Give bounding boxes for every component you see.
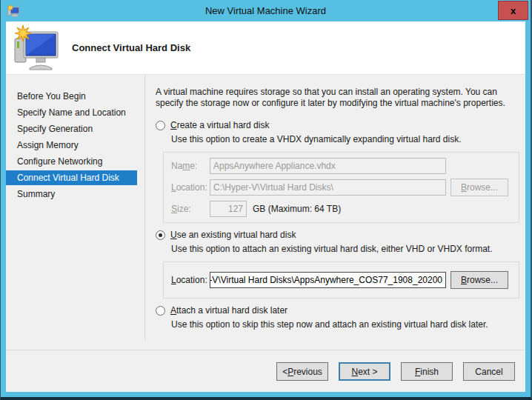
name-label: Name: (171, 161, 210, 171)
radio-button-icon[interactable] (156, 121, 165, 130)
titlebar: New Virtual Machine Wizard x (1, 0, 531, 21)
radio-create-virtual-hard-disk[interactable]: Create a virtual hard disk (156, 120, 519, 130)
sidebar-item-configure-networking[interactable]: Configure Networking (6, 154, 137, 169)
create-disk-group: Name: AppsAnywhere Appliance.vhdx Locati… (163, 152, 519, 223)
radio-attach-label: Attach a virtual hard disk later (170, 305, 287, 316)
existing-location-label: Location: (171, 275, 210, 285)
sidebar-item-specify-name-and-location[interactable]: Specify Name and Location (6, 105, 137, 120)
radio-create-label: Create a virtual hard disk (170, 120, 269, 130)
sidebar-item-specify-generation[interactable]: Specify Generation (6, 121, 137, 136)
location-label: Location: (171, 182, 210, 193)
sidebar-item-before-you-begin[interactable]: Before You Begin (6, 89, 137, 104)
radio-attach-virtual-hard-disk-later[interactable]: Attach a virtual hard disk later (156, 305, 519, 316)
existing-location-input[interactable]: C:\Hyper-V\Virtual Hard Disks\AppsAnywhe… (210, 272, 446, 288)
wizard-window: New Virtual Machine Wizard x Connect Vir… (0, 0, 532, 400)
sidebar-item-connect-virtual-hard-disk[interactable]: Connect Virtual Hard Disk (6, 170, 137, 185)
attach-description: Use this option to skip this step now an… (171, 319, 519, 330)
next-button[interactable]: Next > (339, 362, 390, 381)
new-vm-icon (12, 24, 65, 73)
previous-button[interactable]: < Previous (276, 362, 328, 381)
browse-button[interactable]: Browse... (450, 271, 508, 289)
wizard-body: Before You Begin Specify Name and Locati… (6, 75, 525, 350)
dialog-surface: Connect Virtual Hard Disk Before You Beg… (6, 21, 525, 392)
existing-disk-group: Location: C:\Hyper-V\Virtual Hard Disks\… (163, 261, 519, 299)
cancel-button[interactable]: Cancel (463, 362, 515, 381)
close-icon: x (511, 5, 516, 16)
page-title: Connect Virtual Hard Disk (72, 42, 190, 53)
finish-button[interactable]: Finish (401, 362, 453, 381)
size-label: Size: (171, 204, 210, 214)
sidebar-item-summary[interactable]: Summary (6, 187, 137, 201)
close-button[interactable]: x (498, 1, 528, 20)
name-input[interactable]: AppsAnywhere Appliance.vhdx (210, 158, 446, 174)
wizard-header: Connect Virtual Hard Disk (6, 21, 525, 75)
browse-button-disabled[interactable]: Browse... (450, 179, 508, 196)
create-description: Use this option to create a VHDX dynamic… (171, 134, 519, 145)
radio-button-selected-icon[interactable] (156, 230, 165, 240)
radio-button-icon[interactable] (156, 306, 165, 316)
existing-description: Use this option to attach an existing vi… (171, 244, 519, 255)
page-content: A virtual machine requires storage so th… (146, 75, 525, 350)
sidebar-item-assign-memory[interactable]: Assign Memory (6, 138, 137, 153)
wizard-footer: < Previous Next > Finish Cancel (6, 350, 525, 392)
sidebar: Before You Begin Specify Name and Locati… (6, 75, 145, 339)
location-input[interactable]: C:\Hyper-V\Virtual Hard Disks\ (210, 179, 446, 196)
radio-use-existing-virtual-hard-disk[interactable]: Use an existing virtual hard disk (156, 230, 519, 240)
size-input[interactable]: 127 (210, 201, 247, 217)
size-suffix: GB (Maximum: 64 TB) (253, 204, 341, 214)
window-title: New Virtual Machine Wizard (1, 0, 531, 21)
intro-text: A virtual machine requires storage so th… (156, 87, 520, 109)
radio-existing-label: Use an existing virtual hard disk (170, 230, 296, 240)
